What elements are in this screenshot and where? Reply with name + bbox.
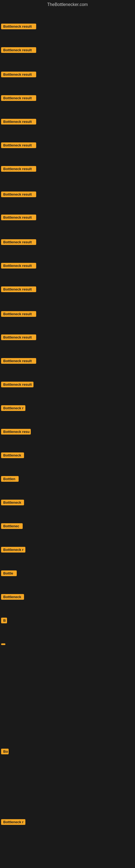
- bottleneck-badge-10[interactable]: Bottleneck result: [1, 239, 36, 245]
- result-row-29: Bottleneck r: [1, 819, 26, 826]
- bottleneck-badge-3[interactable]: Bottleneck result: [1, 72, 36, 77]
- bottleneck-badge-23[interactable]: Bottleneck r: [1, 547, 26, 553]
- result-row-15: Bottleneck result: [1, 358, 36, 365]
- result-row-18: Bottleneck resu: [1, 429, 31, 436]
- bottleneck-badge-11[interactable]: Bottleneck result: [1, 263, 36, 269]
- bottleneck-badge-27[interactable]: [1, 643, 5, 645]
- result-row-21: Bottleneck: [1, 500, 24, 506]
- bottleneck-badge-24[interactable]: Bottle: [1, 570, 17, 576]
- result-row-9: Bottleneck result: [1, 215, 36, 221]
- result-row-11: Bottleneck result: [1, 263, 36, 270]
- result-row-25: Bottleneck: [1, 594, 24, 601]
- result-row-8: Bottleneck result: [1, 191, 36, 198]
- bottleneck-badge-2[interactable]: Bottleneck result: [1, 47, 36, 53]
- bottleneck-badge-1[interactable]: Bottleneck result: [1, 24, 36, 29]
- result-row-5: Bottleneck result: [1, 119, 36, 126]
- result-row-28: Bo: [1, 749, 9, 755]
- result-row-6: Bottleneck result: [1, 143, 36, 149]
- bottleneck-badge-14[interactable]: Bottleneck result: [1, 335, 36, 340]
- bottleneck-badge-4[interactable]: Bottleneck result: [1, 95, 36, 101]
- bottleneck-badge-9[interactable]: Bottleneck result: [1, 215, 36, 220]
- bottleneck-badge-12[interactable]: Bottleneck result: [1, 286, 36, 292]
- bottleneck-badge-20[interactable]: Bottlen: [1, 476, 18, 482]
- bottleneck-badge-21[interactable]: Bottleneck: [1, 500, 24, 505]
- bottleneck-badge-29[interactable]: Bottleneck r: [1, 819, 26, 825]
- result-row-20: Bottlen: [1, 476, 18, 483]
- bottleneck-badge-5[interactable]: Bottleneck result: [1, 119, 36, 124]
- bottleneck-badge-15[interactable]: Bottleneck result: [1, 358, 36, 364]
- result-row-7: Bottleneck result: [1, 166, 36, 173]
- bottleneck-badge-22[interactable]: Bottlenec: [1, 523, 23, 529]
- bottleneck-badge-13[interactable]: Bottleneck result: [1, 311, 36, 317]
- site-title: TheBottlenecker.com: [0, 0, 135, 8]
- result-row-12: Bottleneck result: [1, 286, 36, 293]
- bottleneck-badge-25[interactable]: Bottleneck: [1, 594, 24, 600]
- bottleneck-badge-6[interactable]: Bottleneck result: [1, 143, 36, 148]
- result-row-10: Bottleneck result: [1, 239, 36, 246]
- result-row-14: Bottleneck result: [1, 335, 36, 341]
- result-row-13: Bottleneck result: [1, 311, 36, 318]
- bottleneck-badge-19[interactable]: Bottleneck: [1, 453, 24, 458]
- result-row-19: Bottleneck: [1, 453, 24, 459]
- bottleneck-badge-26[interactable]: B: [1, 618, 7, 623]
- bottleneck-badge-18[interactable]: Bottleneck resu: [1, 429, 31, 435]
- result-row-2: Bottleneck result: [1, 47, 36, 54]
- bottleneck-badge-7[interactable]: Bottleneck result: [1, 166, 36, 172]
- bottleneck-badge-17[interactable]: Bottleneck r: [1, 405, 26, 411]
- result-row-4: Bottleneck result: [1, 95, 36, 102]
- result-row-23: Bottleneck r: [1, 547, 26, 554]
- result-row-27: [1, 641, 5, 646]
- result-row-16: Bottleneck result: [1, 382, 34, 389]
- bottleneck-badge-16[interactable]: Bottleneck result: [1, 382, 34, 388]
- result-row-3: Bottleneck result: [1, 72, 36, 79]
- result-row-1: Bottleneck result: [1, 24, 36, 30]
- bottleneck-badge-28[interactable]: Bo: [1, 749, 9, 754]
- result-row-24: Bottle: [1, 570, 17, 577]
- result-row-22: Bottlenec: [1, 523, 23, 530]
- bottleneck-badge-8[interactable]: Bottleneck result: [1, 191, 36, 197]
- result-row-26: B: [1, 618, 7, 624]
- result-row-17: Bottleneck r: [1, 405, 26, 412]
